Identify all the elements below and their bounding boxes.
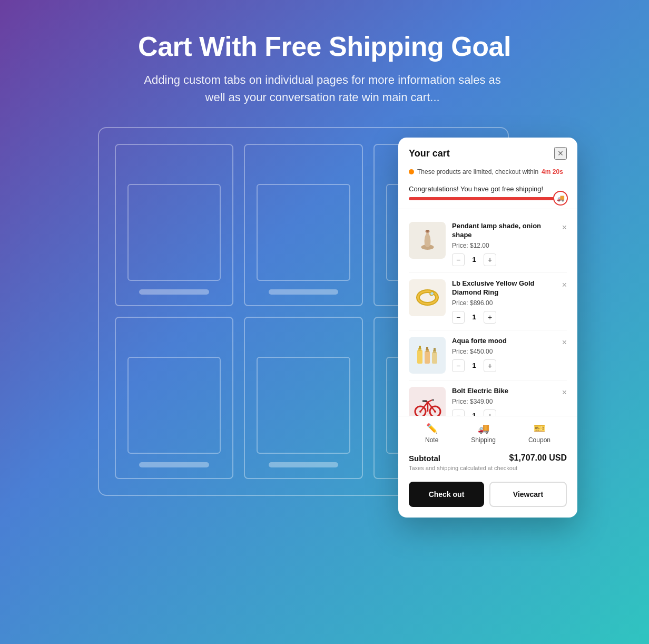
qty-control-bike: − 1 + <box>452 409 567 416</box>
perfume-illustration <box>413 340 442 369</box>
close-button[interactable]: × <box>554 147 567 160</box>
mockup-cell-inner-4 <box>127 357 221 454</box>
item-details-perfume: Aqua forte mood Price: $450.00 − 1 + <box>452 337 567 374</box>
mockup-bar-4 <box>139 462 209 467</box>
item-name-bike: Bolt Electric Bike <box>452 387 567 396</box>
mockup-cell-inner-5 <box>257 357 350 454</box>
subtotal-label: Subtotal <box>409 454 440 463</box>
mockup-cell-2 <box>244 144 362 306</box>
svg-rect-13 <box>432 352 437 364</box>
qty-decrease-perfume[interactable]: − <box>452 359 465 372</box>
qty-decrease-bike[interactable]: − <box>452 409 465 416</box>
timer-bar: These products are limited, checkout wit… <box>398 165 577 181</box>
remove-perfume-button[interactable]: × <box>562 338 567 347</box>
svg-rect-12 <box>426 347 428 350</box>
viewcart-button[interactable]: Viewcart <box>489 482 567 507</box>
note-icon: ✏️ <box>426 423 438 434</box>
progress-fill <box>409 197 554 200</box>
free-shipping-bar: Congratulations! You have got free shipp… <box>398 181 577 202</box>
coupon-icon: 🎫 <box>534 423 545 434</box>
mockup-cell-inner-2 <box>257 184 350 281</box>
cart-panel: Your cart × These products are limited, … <box>398 138 577 518</box>
shipping-action-icon: 🚚 <box>478 423 489 434</box>
qty-num-bike: 1 <box>470 412 478 416</box>
qty-increase-lamp[interactable]: + <box>484 253 496 266</box>
item-name-lamp: Pendant lamp shade, onion shape <box>452 222 567 240</box>
qty-control-ring: − 1 + <box>452 311 567 324</box>
svg-rect-7 <box>417 350 422 364</box>
ring-illustration <box>413 283 442 312</box>
qty-decrease-ring[interactable]: − <box>452 311 465 324</box>
qty-num-lamp: 1 <box>470 256 478 264</box>
cart-title: Your cart <box>409 148 450 159</box>
qty-control-perfume: − 1 + <box>452 359 567 372</box>
tax-note: Taxes and shipping calculated at checkou… <box>409 465 567 471</box>
coupon-label: Coupon <box>528 436 550 444</box>
svg-rect-15 <box>434 348 436 351</box>
mockup-bar-5 <box>269 462 339 467</box>
item-price-lamp: Price: $12.00 <box>452 242 567 249</box>
lamp-illustration <box>413 226 442 255</box>
checkout-button[interactable]: Check out <box>409 482 484 507</box>
header: Cart With Free Shipping Goal Adding cust… <box>138 32 511 106</box>
item-image-lamp <box>409 222 446 259</box>
shipping-icon: 🚚 <box>553 191 568 206</box>
qty-increase-ring[interactable]: + <box>484 311 496 324</box>
timer-text: These products are limited, checkout wit… <box>417 168 538 175</box>
subtotal-amount: $1,707.00 USD <box>509 453 567 463</box>
subtotal-row: Subtotal $1,707.00 USD <box>409 453 567 463</box>
shipping-label: Shipping <box>471 436 496 444</box>
free-shipping-text: Congratulations! You have got free shipp… <box>409 185 567 193</box>
divider-1 <box>398 209 577 209</box>
cart-item-perfume: Aqua forte mood Price: $450.00 − 1 + × <box>409 330 567 380</box>
mockup-cell-5 <box>244 317 362 479</box>
mockup-cell-4 <box>115 317 233 479</box>
mockup-cell-inner-1 <box>127 184 221 281</box>
page-subtitle: Adding custom tabs on individual pages f… <box>138 71 507 106</box>
qty-control-lamp: − 1 + <box>452 253 567 266</box>
item-details-ring: Lb Exclusive Yellow Gold Diamond Ring Pr… <box>452 279 567 324</box>
svg-line-23 <box>428 400 432 402</box>
item-image-perfume <box>409 337 446 374</box>
checkout-buttons: Check out Viewcart <box>398 474 577 518</box>
subtotal-section: Subtotal $1,707.00 USD Taxes and shippin… <box>398 448 577 474</box>
main-content: Your cart × These products are limited, … <box>72 127 577 517</box>
remove-ring-button[interactable]: × <box>562 280 567 290</box>
page-title: Cart With Free Shipping Goal <box>138 32 511 62</box>
qty-num-ring: 1 <box>470 313 478 321</box>
item-details-lamp: Pendant lamp shade, onion shape Price: $… <box>452 222 567 266</box>
item-name-ring: Lb Exclusive Yellow Gold Diamond Ring <box>452 279 567 297</box>
bike-illustration <box>413 391 442 416</box>
coupon-button[interactable]: 🎫 Coupon <box>528 423 550 444</box>
item-details-bike: Bolt Electric Bike Price: $349.00 − 1 + <box>452 387 567 416</box>
cart-item-bike: Bolt Electric Bike Price: $349.00 − 1 + … <box>409 380 567 416</box>
timer-value: 4m 20s <box>542 168 563 175</box>
timer-dot-icon <box>409 169 414 174</box>
item-price-ring: Price: $896.00 <box>452 299 567 307</box>
qty-num-perfume: 1 <box>470 362 478 369</box>
qty-increase-perfume[interactable]: + <box>484 359 496 372</box>
item-image-ring <box>409 279 446 316</box>
remove-bike-button[interactable]: × <box>562 388 567 397</box>
mockup-cell-1 <box>115 144 233 306</box>
cart-item-ring: Lb Exclusive Yellow Gold Diamond Ring Pr… <box>409 273 567 330</box>
item-price-bike: Price: $349.00 <box>452 398 567 405</box>
progress-track: 🚚 <box>409 197 567 200</box>
note-button[interactable]: ✏️ Note <box>425 423 438 444</box>
cart-item-lamp: Pendant lamp shade, onion shape Price: $… <box>409 216 567 273</box>
svg-rect-2 <box>426 230 429 232</box>
cart-header: Your cart × <box>398 138 577 165</box>
svg-rect-10 <box>425 351 430 364</box>
note-label: Note <box>425 436 438 444</box>
shipping-button[interactable]: 🚚 Shipping <box>471 423 496 444</box>
item-price-perfume: Price: $450.00 <box>452 348 567 355</box>
item-name-perfume: Aqua forte mood <box>452 337 567 346</box>
cart-actions: ✏️ Note 🚚 Shipping 🎫 Coupon <box>398 416 577 448</box>
cart-items: Pendant lamp shade, onion shape Price: $… <box>398 216 577 416</box>
qty-decrease-lamp[interactable]: − <box>452 253 465 266</box>
remove-lamp-button[interactable]: × <box>562 223 567 232</box>
item-image-bike <box>409 387 446 416</box>
qty-increase-bike[interactable]: + <box>484 409 496 416</box>
mockup-bar-1 <box>139 289 209 295</box>
mockup-bar-2 <box>269 289 339 295</box>
